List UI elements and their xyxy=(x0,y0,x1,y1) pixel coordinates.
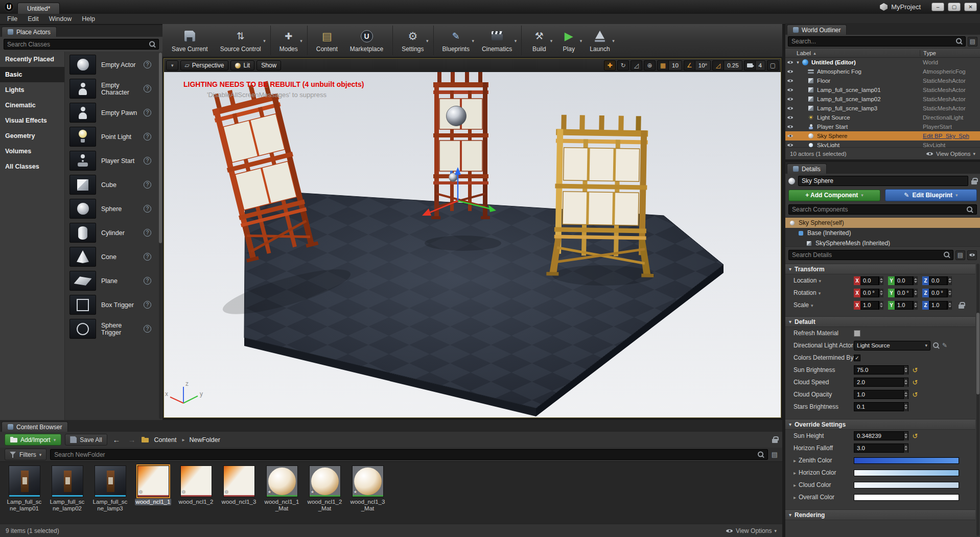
content-browser-tab[interactable]: Content Browser xyxy=(2,422,68,432)
z-axis-field[interactable]: Z0.0 xyxy=(922,276,952,285)
override-settings-section-header[interactable]: Override Settings xyxy=(785,419,975,430)
category-item[interactable]: Volumes xyxy=(0,144,64,159)
rotate-tool-icon[interactable] xyxy=(617,60,629,71)
world-outliner-tab[interactable]: World Outliner xyxy=(787,25,847,35)
world-space-icon[interactable] xyxy=(644,60,656,71)
help-badge[interactable]: ? xyxy=(144,133,151,141)
expander-icon[interactable] xyxy=(794,481,796,488)
number-field[interactable]: 3.0 xyxy=(854,443,908,453)
visibility-eye-icon[interactable] xyxy=(787,68,794,75)
toolbar-button[interactable]: Marketplace xyxy=(344,26,389,55)
y-axis-field[interactable]: Y0.0 ° xyxy=(888,289,918,297)
maximize-viewport-icon[interactable] xyxy=(767,60,779,71)
rotation-snap-value[interactable]: 10° xyxy=(695,61,710,70)
reset-to-default-icon[interactable] xyxy=(911,432,919,440)
visibility-eye-icon[interactable] xyxy=(787,87,794,93)
number-field[interactable]: 1.0 xyxy=(854,390,908,399)
grid-snap-control[interactable]: 10 xyxy=(657,60,682,71)
menu-item[interactable]: File xyxy=(2,14,22,24)
category-item[interactable]: Lights xyxy=(0,82,64,98)
visibility-eye-icon[interactable] xyxy=(787,96,794,102)
number-field[interactable]: 2.0 xyxy=(854,378,908,387)
outliner-view-options-button[interactable]: View Options xyxy=(936,151,971,157)
help-badge[interactable]: ? xyxy=(144,325,151,333)
chevron-down-icon[interactable] xyxy=(816,277,821,284)
help-badge[interactable]: ? xyxy=(144,253,151,261)
dropdown-caret-icon[interactable] xyxy=(263,38,266,43)
type-column-header[interactable]: Type xyxy=(920,50,980,56)
refresh-material-checkbox[interactable] xyxy=(854,330,860,337)
place-actors-tab[interactable]: Place Actors xyxy=(2,27,57,37)
category-item[interactable]: Basic xyxy=(0,67,64,82)
x-axis-field[interactable]: X0.0 xyxy=(854,276,883,285)
label-column-header[interactable]: Label xyxy=(785,50,920,56)
spinner[interactable] xyxy=(879,289,883,297)
minimize-button[interactable]: – xyxy=(931,3,944,11)
help-badge[interactable]: ? xyxy=(144,301,151,309)
number-field[interactable]: 0.348239 xyxy=(854,431,908,440)
default-section-header[interactable]: Default xyxy=(785,316,975,327)
dropdown-caret-icon[interactable] xyxy=(580,38,582,43)
view-options-button[interactable]: View Options xyxy=(736,527,772,534)
eyedropper-icon[interactable] xyxy=(942,342,947,349)
spinner[interactable] xyxy=(903,403,908,411)
toolbar-button[interactable]: Content xyxy=(307,26,344,55)
expander-icon[interactable] xyxy=(794,457,796,464)
show-button[interactable]: Show xyxy=(256,60,281,71)
help-badge[interactable]: ? xyxy=(144,109,151,116)
save-all-button[interactable]: Save All xyxy=(65,434,107,446)
number-field[interactable]: 0.1 xyxy=(854,402,908,411)
forward-arrow-icon[interactable]: → xyxy=(126,435,138,444)
spinner[interactable] xyxy=(903,444,908,453)
display-filter-icon[interactable] xyxy=(967,250,977,260)
outliner-settings-icon[interactable] xyxy=(968,37,977,46)
sky-sphere-actor[interactable] xyxy=(447,106,466,126)
dropdown-caret-icon[interactable] xyxy=(472,38,474,43)
viewport-options-dropdown[interactable] xyxy=(166,60,178,71)
directional-light-dropdown[interactable]: Light Source xyxy=(854,341,930,351)
visibility-eye-icon[interactable] xyxy=(787,114,794,121)
visibility-eye-icon[interactable] xyxy=(787,124,794,130)
spinner[interactable] xyxy=(903,378,908,387)
details-tab[interactable]: Details xyxy=(787,164,827,174)
translate-tool-icon[interactable] xyxy=(604,60,616,71)
component-row[interactable]: SkySphereMesh (Inherited) xyxy=(785,238,980,247)
search-details-input[interactable] xyxy=(788,250,953,260)
viewport[interactable]: Perspective Lit Show 10 10° xyxy=(164,58,781,418)
view-settings-icon[interactable] xyxy=(772,451,778,458)
toolbar-button[interactable]: Launch xyxy=(584,26,616,55)
close-button[interactable]: ✕ xyxy=(964,3,977,11)
spinner[interactable] xyxy=(947,289,952,297)
grid-snap-icon[interactable] xyxy=(658,61,668,70)
help-badge[interactable]: ? xyxy=(144,205,151,213)
number-field[interactable]: 75.0 xyxy=(854,365,908,375)
level-tab[interactable]: Untitled* xyxy=(17,3,60,14)
spinner[interactable] xyxy=(947,301,952,310)
spinner[interactable] xyxy=(913,289,918,297)
place-actor-item[interactable]: Cone ? xyxy=(65,245,158,269)
component-row[interactable]: Sky Sphere(self) xyxy=(785,218,980,228)
spinner[interactable] xyxy=(879,276,883,285)
menu-item[interactable]: Help xyxy=(77,14,100,24)
outliner-row[interactable]: Lamp_full_scne_lamp3 StaticMeshActor xyxy=(785,104,980,113)
asset-tile[interactable]: Lamp_full_scne_lamp3 xyxy=(90,465,130,512)
z-axis-field[interactable]: Z0.0 ° xyxy=(922,289,952,297)
toolbar-button[interactable]: Modes xyxy=(270,26,304,55)
visibility-eye-icon[interactable] xyxy=(787,59,794,65)
scale-tool-icon[interactable] xyxy=(631,60,642,71)
back-arrow-icon[interactable]: ← xyxy=(111,435,123,444)
asset-search-input[interactable] xyxy=(50,449,768,460)
camera-speed-control[interactable]: 4 xyxy=(744,60,765,71)
breadcrumb-item[interactable]: NewFolder xyxy=(187,435,222,445)
spinner[interactable] xyxy=(947,276,952,285)
place-actor-item[interactable]: Player Start ? xyxy=(65,149,158,173)
place-actor-item[interactable]: Empty Actor ? xyxy=(65,53,158,77)
breadcrumb-item[interactable]: Content xyxy=(152,435,179,445)
scrollbar[interactable] xyxy=(976,264,979,536)
camera-speed-icon[interactable] xyxy=(744,61,755,70)
scale-lock-icon[interactable] xyxy=(959,302,964,309)
dropdown-caret-icon[interactable] xyxy=(515,38,517,43)
toolbar-button[interactable]: Blueprints xyxy=(433,26,476,55)
transform-section-header[interactable]: Transform xyxy=(785,264,975,274)
help-badge[interactable]: ? xyxy=(144,181,151,189)
